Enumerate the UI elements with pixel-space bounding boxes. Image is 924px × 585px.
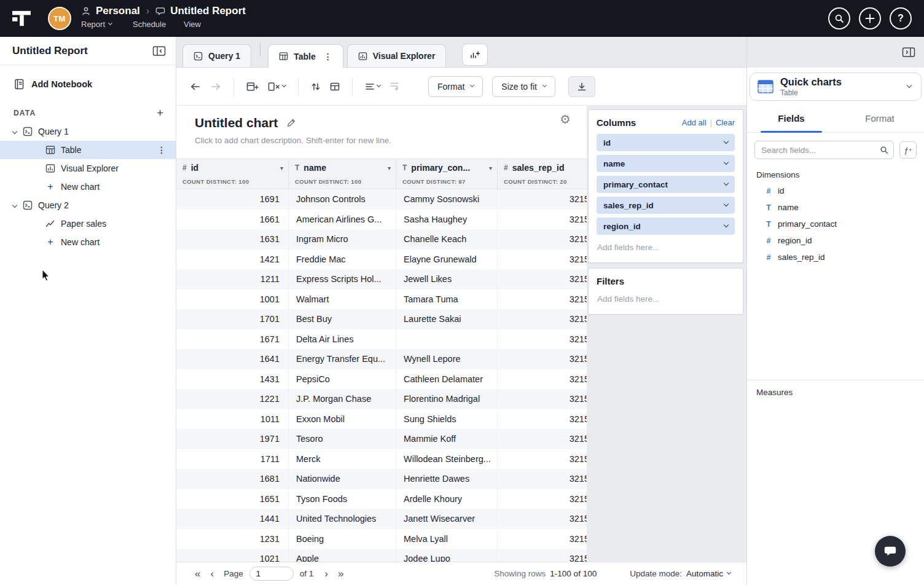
cell-sales-rep-id[interactable]: 3215 bbox=[498, 349, 587, 369]
cell-name[interactable]: Ingram Micro bbox=[289, 229, 396, 249]
next-page-icon[interactable]: › bbox=[324, 568, 328, 579]
cell-id[interactable]: 1211 bbox=[176, 269, 289, 289]
size-to-fit-button[interactable]: Size to fit bbox=[492, 76, 555, 97]
cell-sales-rep-id[interactable]: 3215 bbox=[498, 529, 587, 549]
cell-name[interactable]: Energy Transfer Equ... bbox=[289, 349, 396, 369]
tab-table[interactable]: Table ⋮ bbox=[268, 44, 343, 68]
cell-name[interactable]: Best Buy bbox=[289, 309, 396, 329]
cell-sales-rep-id[interactable]: 3215 bbox=[498, 389, 587, 409]
dimension-item[interactable]: T name bbox=[747, 199, 924, 216]
wrap-text-button[interactable] bbox=[390, 81, 399, 92]
chevron-down-icon[interactable] bbox=[724, 202, 729, 206]
view-menu[interactable]: View bbox=[184, 20, 201, 29]
cell-id[interactable]: 1001 bbox=[176, 289, 289, 310]
table-row[interactable]: 1641 Energy Transfer Equ... Wynell Lepor… bbox=[176, 349, 587, 369]
cell-name[interactable]: Merck bbox=[289, 449, 396, 469]
cell-primary-contact[interactable]: Cammy Sosnowski bbox=[396, 189, 498, 210]
sort-chevron-icon[interactable]: ▾ bbox=[489, 165, 492, 171]
cell-id[interactable]: 1631 bbox=[176, 229, 289, 249]
table-row[interactable]: 1661 American Airlines G... Sasha Haughe… bbox=[176, 210, 587, 230]
cell-id[interactable]: 1681 bbox=[176, 469, 289, 489]
tab-query1[interactable]: Query 1 bbox=[182, 44, 251, 67]
cell-name[interactable]: American Airlines G... bbox=[289, 210, 396, 230]
sidebar-item-visual-explorer[interactable]: Visual Explorer bbox=[0, 159, 176, 178]
chart-title[interactable]: Untitled chart bbox=[195, 116, 278, 130]
chevron-down-icon[interactable] bbox=[724, 139, 729, 144]
cell-id[interactable]: 1701 bbox=[176, 309, 289, 329]
table-row[interactable]: 1231 Boeing Melva Lyall 3215 bbox=[176, 529, 587, 549]
cell-sales-rep-id[interactable]: 3215 bbox=[498, 489, 587, 509]
cell-primary-contact[interactable]: Cathleen Delamater bbox=[396, 369, 498, 390]
download-button[interactable] bbox=[568, 76, 595, 97]
cell-name[interactable]: J.P. Morgan Chase bbox=[289, 389, 396, 409]
cell-id[interactable]: 1011 bbox=[176, 409, 289, 430]
sidebar-item-query1[interactable]: Query 1 bbox=[0, 122, 176, 141]
table-options-button[interactable] bbox=[330, 82, 340, 92]
dimension-item[interactable]: # region_id bbox=[747, 232, 924, 249]
kebab-menu-icon[interactable]: ⋮ bbox=[157, 145, 166, 155]
cell-id[interactable]: 1431 bbox=[176, 369, 289, 390]
cell-primary-contact[interactable]: Jewell Likes bbox=[396, 269, 498, 289]
cell-primary-contact[interactable]: Janett Wisecarver bbox=[396, 509, 498, 529]
table-row[interactable]: 1421 Freddie Mac Elayne Grunewald 3215 bbox=[176, 249, 587, 270]
app-logo[interactable] bbox=[11, 9, 32, 28]
table-row[interactable]: 1701 Best Buy Laurette Sakai 3215 bbox=[176, 309, 587, 329]
search-button[interactable] bbox=[828, 7, 850, 29]
add-data-icon[interactable]: + bbox=[157, 107, 163, 119]
cell-id[interactable]: 1421 bbox=[176, 249, 289, 270]
sort-button[interactable] bbox=[311, 82, 321, 92]
add-filters-dropzone[interactable]: Add fields here... bbox=[597, 290, 735, 307]
search-fields-input[interactable] bbox=[754, 141, 894, 159]
column-header[interactable]: T name ▾ COUNT DISTINCT: 100 bbox=[289, 159, 396, 189]
cell-primary-contact[interactable]: Florentino Madrigal bbox=[396, 389, 498, 409]
dimension-item[interactable]: # id bbox=[747, 183, 924, 199]
sidebar-item-query2[interactable]: Query 2 bbox=[0, 196, 176, 214]
cell-sales-rep-id[interactable]: 3215 bbox=[498, 409, 587, 430]
cell-primary-contact[interactable]: Melva Lyall bbox=[396, 529, 498, 549]
cell-id[interactable]: 1671 bbox=[176, 329, 289, 350]
chevron-down-icon[interactable] bbox=[12, 203, 17, 208]
avatar[interactable]: TM bbox=[48, 7, 71, 30]
cell-name[interactable]: Tesoro bbox=[289, 429, 396, 449]
cell-sales-rep-id[interactable]: 3215 bbox=[498, 189, 587, 210]
update-mode-control[interactable]: Update mode: Automatic bbox=[630, 569, 730, 578]
cell-primary-contact[interactable]: Mammie Koff bbox=[396, 429, 498, 449]
cell-id[interactable]: 1971 bbox=[176, 429, 289, 449]
table-row[interactable]: 1681 Nationwide Henriette Dawes 3215 bbox=[176, 469, 587, 489]
cell-primary-contact[interactable] bbox=[396, 329, 498, 350]
table-row[interactable]: 1631 Ingram Micro Chanelle Keach 3215 bbox=[176, 229, 587, 249]
table-row[interactable]: 1011 Exxon Mobil Sung Shields 3215 bbox=[176, 409, 587, 430]
cell-id[interactable]: 1441 bbox=[176, 509, 289, 529]
sidebar-item-new-chart-1[interactable]: + New chart bbox=[0, 178, 176, 196]
add-calculated-field-button[interactable]: ƒ+ bbox=[899, 141, 917, 159]
cell-sales-rep-id[interactable]: 3215 bbox=[498, 469, 587, 489]
add-button[interactable] bbox=[859, 7, 881, 29]
cell-id[interactable]: 1661 bbox=[176, 210, 289, 230]
sort-chevron-icon[interactable]: ▾ bbox=[280, 165, 283, 171]
table-row[interactable]: 1431 PepsiCo Cathleen Delamater 3215 bbox=[176, 369, 587, 390]
table-row[interactable]: 1671 Delta Air Lines 3215 bbox=[176, 329, 587, 350]
table-row[interactable]: 1221 J.P. Morgan Chase Florentino Madrig… bbox=[176, 389, 587, 409]
expand-panel-icon[interactable] bbox=[902, 47, 915, 58]
cell-name[interactable]: PepsiCo bbox=[289, 369, 396, 390]
insert-column-button[interactable] bbox=[246, 82, 259, 92]
add-notebook-button[interactable]: Add Notebook bbox=[0, 79, 176, 90]
cell-primary-contact[interactable]: Tamara Tuma bbox=[396, 289, 498, 310]
cell-id[interactable]: 1221 bbox=[176, 389, 289, 409]
prev-page-icon[interactable]: ‹ bbox=[210, 568, 214, 579]
cell-sales-rep-id[interactable]: 3215 bbox=[498, 229, 587, 249]
chevron-down-icon[interactable] bbox=[12, 129, 17, 134]
cell-primary-contact[interactable]: Wynell Lepore bbox=[396, 349, 498, 369]
cell-primary-contact[interactable]: Laurette Sakai bbox=[396, 309, 498, 329]
cell-name[interactable]: Apple bbox=[289, 549, 396, 562]
cell-sales-rep-id[interactable]: 3215 bbox=[498, 429, 587, 449]
chevron-down-icon[interactable] bbox=[724, 160, 729, 165]
chart-description-placeholder[interactable]: Click to add chart description. Shift-en… bbox=[195, 136, 587, 145]
column-field-pill[interactable]: primary_contact bbox=[597, 176, 735, 193]
cell-id[interactable]: 1231 bbox=[176, 529, 289, 549]
chat-support-button[interactable] bbox=[875, 536, 906, 567]
breadcrumb-workspace[interactable]: Personal bbox=[96, 5, 140, 17]
help-button[interactable]: ? bbox=[890, 7, 912, 29]
cell-name[interactable]: Exxon Mobil bbox=[289, 409, 396, 430]
sidebar-item-paper-sales[interactable]: Paper sales bbox=[0, 214, 176, 233]
